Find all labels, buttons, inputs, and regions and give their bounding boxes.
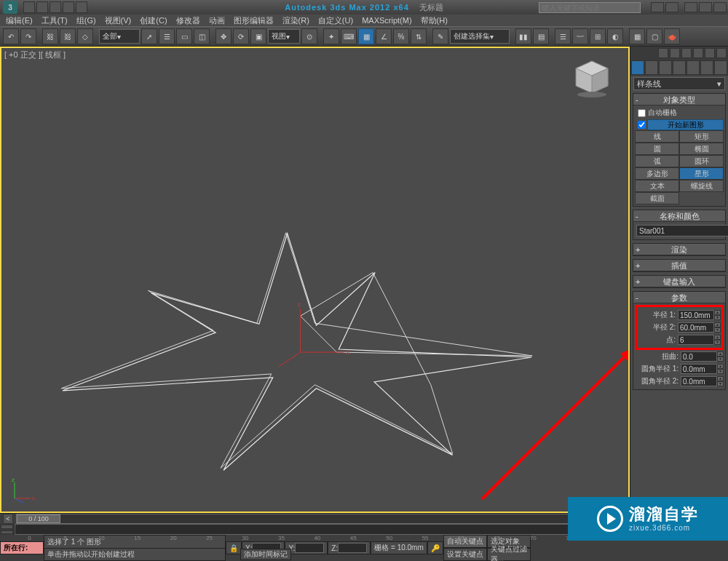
menu-help[interactable]: 帮助(H): [418, 15, 451, 26]
trackbar-toggle[interactable]: [0, 524, 15, 535]
distortion-input[interactable]: 0.0: [681, 351, 717, 362]
maxscript-line[interactable]: 所在行:: [0, 541, 44, 554]
spin-up-icon[interactable]: ▲: [717, 364, 724, 369]
radius2-input[interactable]: 60.0mm: [678, 322, 714, 333]
category-dropdown[interactable]: 样条线▾: [633, 77, 725, 90]
signin-icon[interactable]: [665, 2, 678, 12]
y-input[interactable]: [295, 543, 324, 553]
menu-create[interactable]: 创建(C): [137, 15, 170, 26]
fillet1-input[interactable]: 0.0mm: [681, 364, 717, 374]
auto-grid-checkbox[interactable]: 自动栅格: [635, 107, 724, 119]
shape-arc-button[interactable]: 弧: [635, 155, 679, 167]
menu-render[interactable]: 渲染(R): [280, 15, 312, 26]
tab-create[interactable]: [631, 60, 644, 75]
menu-customize[interactable]: 自定义(U): [315, 15, 356, 26]
rollout-header[interactable]: +键盘输入: [633, 276, 725, 287]
tab-modify[interactable]: [645, 60, 658, 75]
mirror-button[interactable]: ▮▮: [515, 28, 531, 44]
angle-snap-button[interactable]: ∠: [376, 28, 392, 44]
qat-redo-icon[interactable]: [76, 1, 87, 13]
hammer-icon[interactable]: [681, 48, 692, 58]
spinner-snap-button[interactable]: ⇅: [411, 28, 427, 44]
shape-text-button[interactable]: 文本: [635, 180, 679, 192]
manipulate-button[interactable]: ✦: [323, 28, 339, 44]
tab-utilities[interactable]: [700, 60, 713, 75]
tab-display[interactable]: [687, 60, 700, 75]
menu-tools[interactable]: 工具(T): [39, 15, 71, 26]
menu-view[interactable]: 视图(V): [102, 15, 135, 26]
layer-button[interactable]: ☰: [555, 28, 571, 44]
viewcube-icon[interactable]: [570, 55, 614, 99]
keyboard-shortcut-button[interactable]: ⌨: [341, 28, 357, 44]
tab-hierarchy[interactable]: [659, 60, 672, 75]
menu-group[interactable]: 组(G): [74, 15, 99, 26]
setkey-button[interactable]: 设置关键点: [443, 548, 487, 561]
fillet2-input[interactable]: 0.0mm: [681, 376, 717, 386]
schematic-button[interactable]: ⊞: [590, 28, 606, 44]
rollout-header[interactable]: -对象类型: [633, 94, 725, 106]
autokey-button[interactable]: 自动关键点: [443, 535, 487, 548]
pivot-button[interactable]: ⊙: [301, 28, 317, 44]
object-name-input[interactable]: [636, 225, 728, 236]
percent-snap-button[interactable]: %: [393, 28, 409, 44]
spin-down-icon[interactable]: ▼: [717, 381, 724, 386]
key-icon[interactable]: 🔑: [427, 541, 443, 554]
time-prev-button[interactable]: <: [3, 514, 13, 524]
link-button[interactable]: ⛓: [42, 28, 58, 44]
rollout-header[interactable]: +插值: [633, 260, 725, 271]
spin-up-icon[interactable]: ▲: [717, 351, 724, 357]
globe-icon[interactable]: [658, 48, 668, 58]
star-shape[interactable]: [61, 233, 532, 468]
named-selection-dropdown[interactable]: 创建选择集 ▾: [450, 29, 510, 44]
window-crossing-button[interactable]: ◫: [194, 28, 210, 44]
rollout-header[interactable]: +渲染: [633, 244, 725, 255]
more-icon[interactable]: [716, 48, 727, 58]
menu-edit[interactable]: 编辑(E): [3, 15, 36, 26]
shape-line-button[interactable]: 线: [635, 130, 679, 143]
keyfilter-button[interactable]: 关键点过滤器...: [487, 548, 531, 561]
lock-icon[interactable]: 🔒: [226, 541, 242, 554]
time-thumb[interactable]: 0 / 100: [17, 514, 60, 523]
spin-down-icon[interactable]: ▼: [714, 315, 721, 320]
shape-donut-button[interactable]: 圆环: [679, 155, 724, 167]
unlink-button[interactable]: ⛓: [60, 28, 76, 44]
shape-ngon-button[interactable]: 多边形: [635, 167, 679, 180]
spin-down-icon[interactable]: ▼: [714, 340, 721, 345]
shape-helix-button[interactable]: 螺旋线: [679, 180, 724, 192]
tab-extra[interactable]: [714, 60, 727, 75]
shape-rect-button[interactable]: 矩形: [679, 130, 724, 143]
shape-circle-button[interactable]: 圆: [635, 143, 679, 155]
spin-down-icon[interactable]: ▼: [714, 327, 721, 333]
shape-ellipse-button[interactable]: 椭圆: [679, 143, 724, 155]
close-button[interactable]: [713, 2, 727, 12]
z-input[interactable]: [338, 543, 367, 553]
rotate-button[interactable]: ⟳: [233, 28, 249, 44]
viewport-label[interactable]: [ +0 正交 ][ 线框 ]: [4, 49, 66, 60]
help-icon[interactable]: [651, 2, 664, 12]
render-button[interactable]: 🫖: [664, 28, 680, 44]
scale-button[interactable]: ▣: [250, 28, 266, 44]
tab-motion[interactable]: [673, 60, 686, 75]
shape-star-button[interactable]: 星形: [679, 167, 724, 180]
start-new-shape-button[interactable]: 开始新图形: [647, 119, 724, 130]
add-time-tag[interactable]: 添加时间标记: [240, 549, 291, 560]
redo-button[interactable]: ↷: [20, 28, 36, 44]
wand-icon[interactable]: [670, 48, 680, 58]
maximize-button[interactable]: [699, 2, 712, 12]
bind-button[interactable]: ◇: [77, 28, 93, 44]
ref-coord-dropdown[interactable]: 视图 ▾: [268, 29, 300, 44]
start-new-shape[interactable]: 开始新图形: [635, 119, 724, 130]
select-button[interactable]: ➚: [141, 28, 157, 44]
edit-named-sel-button[interactable]: ✎: [432, 28, 448, 44]
curve-editor-button[interactable]: 〰: [572, 28, 588, 44]
spin-down-icon[interactable]: ▼: [717, 369, 724, 374]
minimize-button[interactable]: [684, 2, 697, 12]
rollout-header[interactable]: -参数: [633, 292, 725, 303]
display-icon[interactable]: [693, 48, 703, 58]
spin-up-icon[interactable]: ▲: [714, 335, 721, 340]
spin-down-icon[interactable]: ▼: [717, 357, 724, 362]
menu-animation[interactable]: 动画: [206, 15, 228, 26]
help-search-input[interactable]: [539, 2, 641, 13]
spin-up-icon[interactable]: ▲: [717, 376, 724, 381]
util-icon[interactable]: [705, 48, 715, 58]
